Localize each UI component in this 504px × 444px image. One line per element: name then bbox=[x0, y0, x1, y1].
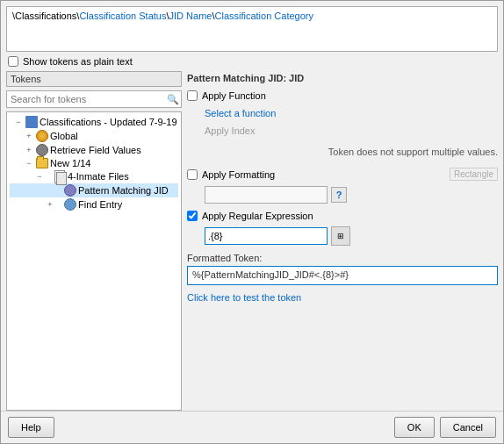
apply-regex-label: Apply Regular Expression bbox=[202, 211, 313, 221]
search-box-wrap: 🔍 bbox=[6, 90, 182, 108]
help-button[interactable]: Help bbox=[8, 417, 54, 438]
expand-inmate[interactable]: − bbox=[34, 171, 45, 182]
tree-container: − Classifications - Updated 7-9-19 + Glo… bbox=[6, 111, 182, 411]
tree-label-global: Global bbox=[50, 131, 78, 141]
right-panel: Pattern Matching JID: JID Apply Function… bbox=[187, 71, 498, 411]
expand-classifications[interactable]: − bbox=[13, 117, 24, 127]
breadcrumb: \Classifications\Classification Status\J… bbox=[12, 11, 313, 21]
help-small-button[interactable]: ? bbox=[331, 187, 347, 203]
expand-findentry[interactable]: + bbox=[45, 199, 55, 210]
apply-function-label: Apply Function bbox=[202, 90, 266, 101]
test-token-link[interactable]: Click here to test the token bbox=[187, 292, 498, 303]
formatting-input[interactable] bbox=[205, 186, 328, 204]
breadcrumb-name[interactable]: Name bbox=[186, 11, 212, 21]
files-icon bbox=[54, 170, 66, 183]
left-panel: Tokens 🔍 − Classifications - Updated 7-9… bbox=[6, 71, 182, 411]
apply-index-label: Apply Index bbox=[205, 125, 255, 136]
tree-item-classifications[interactable]: − Classifications - Updated 7-9-19 bbox=[10, 115, 178, 129]
apply-formatting-checkbox[interactable] bbox=[187, 169, 198, 180]
folder-icon bbox=[36, 158, 48, 168]
select-function-link[interactable]: Select a function bbox=[205, 108, 276, 118]
regex-grid-button[interactable]: ⊞ bbox=[331, 226, 350, 246]
breadcrumb-jid[interactable]: JID bbox=[169, 11, 184, 21]
select-function-row: Select a function bbox=[187, 108, 498, 118]
tree-item-findentry[interactable]: + Find Entry bbox=[10, 197, 178, 211]
tree-item-retrieve[interactable]: + Retrieve Field Values bbox=[10, 143, 178, 157]
search-input[interactable] bbox=[6, 90, 182, 108]
formatted-token-label: Formatted Token: bbox=[187, 253, 498, 263]
breadcrumb-bar: \Classifications\Classification Status\J… bbox=[6, 6, 498, 52]
regex-section: Apply Regular Expression ⊞ bbox=[187, 211, 498, 246]
rectangle-button[interactable]: Rectangle bbox=[450, 168, 498, 181]
tree-item-global[interactable]: + Global bbox=[10, 129, 178, 143]
expand-new114[interactable]: − bbox=[24, 158, 34, 168]
apply-index-row: Apply Index bbox=[187, 125, 498, 136]
globe-icon bbox=[36, 130, 48, 142]
apply-function-checkbox[interactable] bbox=[187, 90, 198, 101]
apply-formatting-label: Apply Formatting bbox=[202, 169, 275, 180]
apply-formatting-row: Apply Formatting Rectangle bbox=[187, 168, 498, 181]
doc-icon bbox=[25, 116, 38, 128]
show-tokens-row: Show tokens as plain text bbox=[1, 52, 503, 71]
tree-label-patternmatch: Pattern Matching JID bbox=[78, 185, 169, 196]
breadcrumb-classification-status[interactable]: Classification Status bbox=[79, 11, 166, 21]
cancel-button[interactable]: Cancel bbox=[440, 417, 496, 438]
regex-input-wrap: ⊞ bbox=[205, 226, 498, 246]
gear-icon-pattern bbox=[64, 184, 76, 197]
expand-global[interactable]: + bbox=[24, 131, 34, 141]
person-icon bbox=[64, 198, 76, 211]
main-area: Tokens 🔍 − Classifications - Updated 7-9… bbox=[1, 71, 503, 411]
bottom-bar: Help OK Cancel bbox=[1, 411, 503, 443]
formatting-section: Apply Formatting Rectangle ? bbox=[187, 168, 498, 204]
pattern-title: Pattern Matching JID: JID bbox=[187, 71, 498, 83]
tree-item-new114[interactable]: − New 1/14 bbox=[10, 157, 178, 169]
ok-button[interactable]: OK bbox=[394, 417, 435, 438]
expand-patternmatch bbox=[45, 185, 55, 196]
search-icon: 🔍 bbox=[167, 94, 179, 105]
main-dialog: \Classifications\Classification Status\J… bbox=[0, 0, 504, 444]
formatted-token-value: %{PatternMatchingJID_JID#<.{8}>#} bbox=[187, 266, 498, 285]
tree-label-retrieve: Retrieve Field Values bbox=[50, 145, 141, 155]
gear-icon-retrieve bbox=[36, 144, 48, 156]
tree-label-findentry: Find Entry bbox=[78, 199, 122, 210]
apply-regex-row: Apply Regular Expression bbox=[187, 211, 498, 221]
apply-regex-checkbox[interactable] bbox=[187, 211, 198, 221]
show-tokens-checkbox[interactable] bbox=[8, 56, 18, 67]
tree-item-inmate[interactable]: − 4-Inmate Files bbox=[10, 169, 178, 183]
breadcrumb-classification-category[interactable]: Classification Category bbox=[215, 11, 314, 21]
tokens-title: Tokens bbox=[6, 71, 182, 87]
show-tokens-label: Show tokens as plain text bbox=[23, 56, 133, 67]
info-text: Token does not support multiple values. bbox=[187, 143, 498, 161]
breadcrumb-prefix: \Classifications\ bbox=[12, 11, 79, 21]
expand-retrieve[interactable]: + bbox=[24, 145, 34, 155]
apply-function-row: Apply Function bbox=[187, 90, 498, 101]
tree-label-classifications: Classifications - Updated 7-9-19 bbox=[40, 117, 177, 127]
ok-cancel-group: OK Cancel bbox=[394, 417, 496, 438]
tree-label-new114: New 1/14 bbox=[50, 158, 90, 168]
tree-item-patternmatch[interactable]: Pattern Matching JID bbox=[10, 183, 178, 197]
regex-input[interactable] bbox=[205, 227, 328, 245]
tree-label-inmate: 4-Inmate Files bbox=[68, 171, 129, 182]
formatting-input-wrap: ? bbox=[205, 186, 498, 204]
formatted-token-section: Formatted Token: %{PatternMatchingJID_JI… bbox=[187, 253, 498, 285]
